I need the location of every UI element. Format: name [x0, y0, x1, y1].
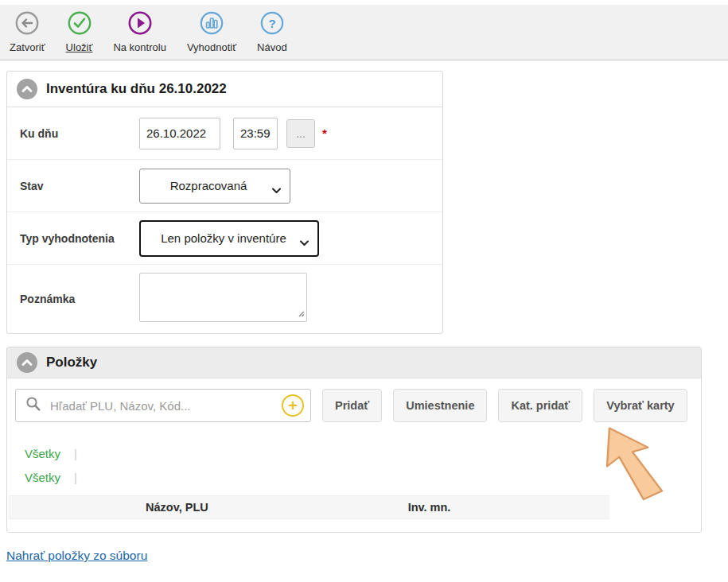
evaluation-type-row: Typ vyhodnotenia Len položky v inventúre: [7, 212, 442, 265]
filter-all-link-1[interactable]: Všetky: [25, 447, 60, 460]
collapse-items-button[interactable]: [17, 352, 37, 373]
required-asterisk: *: [322, 126, 327, 140]
status-row: Stav Rozpracovaná: [7, 160, 442, 212]
bar-chart-icon: [200, 11, 224, 38]
chevron-down-icon: [272, 183, 281, 196]
upload-items-link[interactable]: Nahrať položky zo súboru: [6, 549, 147, 563]
inventory-panel-title: Inventúra ku dňu 26.10.2022: [46, 81, 227, 97]
inventory-panel-header: Inventúra ku dňu 26.10.2022: [7, 72, 442, 107]
evaluate-button[interactable]: Vyhodnotiť: [187, 11, 236, 53]
filter-separator: |: [74, 447, 77, 460]
items-panel-body: + Pridať Umiestnenie Kat. pridať Vybrať …: [7, 378, 701, 489]
items-panel-header: Položky: [7, 347, 701, 378]
date-input[interactable]: [139, 118, 220, 149]
help-button-label: Návod: [257, 41, 287, 53]
filter-all-link-2[interactable]: Všetky: [25, 471, 60, 484]
toolbar: Zatvoriť Uložiť Na kontrolu: [0, 5, 728, 60]
status-select[interactable]: Rozpracovaná: [139, 169, 290, 204]
chevron-down-icon: [300, 235, 309, 249]
help-button[interactable]: ? Návod: [257, 11, 287, 53]
question-icon: ?: [260, 11, 284, 38]
evaluate-button-label: Vyhodnotiť: [187, 41, 236, 53]
date-row: Ku dňu ... *: [7, 107, 442, 160]
search-row: + Pridať Umiestnenie Kat. pridať Vybrať …: [15, 389, 693, 422]
check-icon: [68, 11, 91, 38]
save-button-label: Uložiť: [66, 41, 93, 53]
note-label: Poznámka: [20, 293, 139, 305]
location-button[interactable]: Umiestnenie: [393, 389, 487, 422]
items-table-header: Názov, PLU Inv. mn.: [9, 495, 609, 519]
items-panel-title: Položky: [46, 355, 97, 371]
filter-row: Všetky |: [25, 441, 693, 465]
status-select-value: Rozpracovaná: [170, 179, 247, 192]
collapse-inventory-button[interactable]: [17, 79, 37, 99]
select-cards-button[interactable]: Vybrať karty: [594, 389, 687, 422]
category-add-button[interactable]: Kat. pridať: [498, 389, 582, 422]
filter-row: Všetky |: [25, 465, 693, 489]
chevron-up-icon: [17, 79, 37, 99]
evaluation-type-select-value: Len položky v inventúre: [161, 231, 286, 245]
filter-links: Všetky | Všetky |: [25, 441, 693, 489]
save-button[interactable]: Uložiť: [66, 11, 93, 53]
evaluation-type-select[interactable]: Len položky v inventúre: [139, 220, 319, 257]
column-header-inv-qty: Inv. mn.: [345, 501, 513, 514]
note-textarea[interactable]: [139, 273, 307, 322]
svg-text:?: ?: [268, 17, 275, 30]
to-control-button-label: Na kontrolu: [113, 41, 165, 53]
items-panel: Položky + Pridať Umiestnenie Kat. pridať…: [6, 347, 702, 533]
add-button[interactable]: Pridať: [322, 389, 382, 422]
time-input[interactable]: [233, 118, 278, 149]
to-control-button[interactable]: Na kontrolu: [113, 11, 165, 53]
evaluation-type-label: Typ vyhodnotenia: [20, 232, 139, 245]
date-picker-button[interactable]: ...: [286, 119, 315, 148]
chevron-up-icon: [17, 352, 37, 373]
search-box: +: [15, 389, 311, 422]
close-button-label: Zatvoriť: [10, 41, 45, 53]
column-header-name-plu: Názov, PLU: [9, 501, 345, 514]
filter-separator: |: [74, 471, 77, 484]
back-arrow-icon: [15, 11, 39, 38]
date-label: Ku dňu: [20, 127, 139, 140]
search-icon: [25, 396, 41, 415]
close-button[interactable]: Zatvoriť: [10, 11, 45, 53]
play-icon: [128, 11, 152, 38]
status-label: Stav: [20, 180, 139, 192]
note-row: Poznámka: [7, 265, 442, 333]
add-item-plus-button[interactable]: +: [282, 394, 304, 417]
inventory-panel: Inventúra ku dňu 26.10.2022 Ku dňu ... *…: [6, 71, 443, 334]
search-input[interactable]: [50, 399, 275, 413]
